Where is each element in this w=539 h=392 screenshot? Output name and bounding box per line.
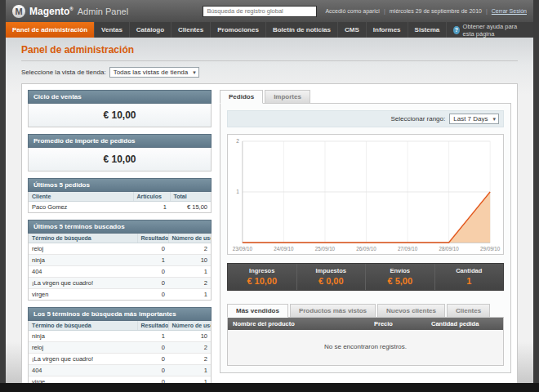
separator: | [486,8,488,14]
chevron-down-icon: ▾ [492,116,496,122]
store-view-select-value: Todas las vistas de tienda [114,69,189,76]
svg-text:25/09/10: 25/09/10 [315,246,336,252]
lifetime-sales-box: Ciclo de ventas € 10,00 [28,90,212,127]
dashboard-sidebar: Ciclo de ventas € 10,00 Promedio de impo… [28,90,212,383]
table-row[interactable]: virgen 0 1 [29,289,211,301]
page-help-link[interactable]: ? Obtener ayuda para esta página [447,22,533,38]
svg-text:26/09/10: 26/09/10 [356,246,376,252]
cell-term: ¡La virgen que cuadro! [29,278,137,289]
table-row[interactable]: ninja 1 10 [29,255,211,266]
separator: | [384,8,385,14]
svg-text:24/09/10: 24/09/10 [274,246,294,252]
cell-results: 0 [137,243,168,255]
table-row[interactable]: reloj 0 2 [29,342,211,354]
cell-uses: 10 [168,255,211,266]
column-header-term: Término de búsqueda [29,234,137,243]
cell-term: ninja [29,255,137,266]
page-title: Panel de administración [21,44,518,56]
tab-orders[interactable]: Pedidos [220,90,263,104]
tab-customers[interactable]: Clientes [447,304,490,318]
nav-item-system[interactable]: Sistema [408,22,448,38]
app-title-text: Magento [29,6,69,17]
total-value: 1 [437,276,502,286]
bottom-bar [0,383,539,392]
last-search-terms-box: Últimos 5 términos buscados Término de b… [28,220,212,301]
lifetime-sales-value: € 10,00 [28,104,212,127]
svg-text:2: 2 [236,138,239,144]
table-row[interactable]: ¡La virgen que cuadro! 0 2 [29,354,211,365]
svg-text:28/09/10: 28/09/10 [439,246,459,252]
table-row[interactable]: reloj 0 2 [29,243,211,255]
total-label: Cantidad [437,267,502,274]
top-search-terms-box: Los 5 términos de búsqueda más important… [28,307,212,383]
top-search-terms-title: Los 5 términos de búsqueda más important… [28,307,212,321]
totals-bar: Ingresos € 10,00 Impuestos € 0,00 Envíos… [227,263,504,291]
top-search-terms-table: Término de búsqueda Resultados Número de… [28,321,212,383]
main-nav: Panel de administración Ventas Catálogo … [6,22,533,38]
logged-in-as-text: Accedió como aparici [325,8,380,14]
table-row[interactable]: virge 0 1 [29,376,211,384]
range-selector-band: Seleccionar rango: Last 7 Days ▾ [227,110,504,127]
store-switcher-label: Seleccione la vista de tienda: [21,69,106,76]
orders-chart: 23/09/1024/09/1025/09/1026/09/1027/09/10… [228,135,503,254]
total-value: € 0,00 [299,276,364,286]
table-row[interactable]: 404 0 1 [29,266,211,278]
cell-uses: 1 [168,289,211,301]
total-shipping: Envíos € 5,00 [365,264,434,290]
chart-tabs: Pedidos Importes [220,90,511,104]
store-switcher: Seleccione la vista de tienda: Todas las… [21,67,518,78]
cell-uses: 1 [168,365,211,376]
tab-new-customers[interactable]: Nuevos clientes [377,304,445,318]
column-header-uses: Número de usos [168,321,211,331]
orders-chart-frame: 23/09/1024/09/1025/09/1026/09/1027/09/10… [227,134,504,255]
tab-most-viewed[interactable]: Productos más vistos [290,304,376,318]
admin-page: M Magento® Admin Panel Accedió como apar… [6,0,533,383]
nav-item-customers[interactable]: Clientes [172,22,211,38]
table-row[interactable]: ninja 1 10 [29,331,211,342]
cell-uses: 1 [168,266,211,278]
app-title: Magento® [29,6,74,17]
cell-term: 404 [29,365,137,376]
cell-term: virge [29,376,137,384]
cell-uses: 2 [168,243,211,255]
cell-customer: Paco Gomez [29,202,133,213]
last-orders-title: Últimos 5 pedidos [28,178,212,192]
svg-text:1: 1 [236,189,239,194]
column-header-qty-ordered: Cantidad pedida [431,320,498,327]
user-info: Accedió como aparici | miércoles 29 de s… [325,8,527,14]
cell-term: reloj [29,243,137,255]
column-header-uses: Número de usos [168,234,211,243]
nav-item-sales[interactable]: Ventas [95,22,130,38]
store-view-select[interactable]: Todas las vistas de tienda ▾ [109,67,199,78]
global-search-input[interactable] [203,6,317,17]
cell-results: 0 [137,278,168,289]
table-row[interactable]: 404 0 1 [29,365,211,376]
range-selector-label: Seleccionar rango: [391,115,446,122]
nav-item-catalog[interactable]: Catálogo [130,22,172,38]
nav-item-promotions[interactable]: Promociones [211,22,266,38]
range-select[interactable]: Last 7 Days ▾ [449,114,499,124]
table-row[interactable]: ¡La virgen que cuadro! 0 2 [29,278,211,289]
column-header-product-name: Nombre del producto [233,320,374,327]
current-date-text: miércoles 29 de septiembre de 2010 [390,8,482,14]
last-orders-table: Cliente Artículos Total Paco Gomez 1 € 1… [28,192,212,213]
nav-item-dashboard[interactable]: Panel de administración [6,22,95,38]
cell-uses: 10 [168,331,211,342]
cell-uses: 2 [168,342,211,354]
cell-term: 404 [29,266,137,278]
nav-item-newsletter[interactable]: Boletín de noticias [266,22,338,38]
tab-bestsellers[interactable]: Más vendidos [227,304,288,318]
tab-amounts[interactable]: Importes [265,90,310,104]
total-tax: Impuestos € 0,00 [296,264,366,290]
logout-link[interactable]: Cerrar Sesión [492,8,527,14]
nav-item-reports[interactable]: Informes [367,22,408,38]
column-header-results: Resultados [137,234,168,243]
nav-item-cms[interactable]: CMS [338,22,367,38]
column-header-customer: Cliente [29,192,133,202]
total-label: Impuestos [299,267,364,274]
svg-text:29/09/10: 29/09/10 [480,246,501,252]
grid-tabs: Más vendidos Productos más vistos Nuevos… [227,304,504,318]
help-icon: ? [453,26,459,34]
table-row[interactable]: Paco Gomez 1 € 15,00 [29,202,211,213]
cell-results: 0 [137,266,168,278]
